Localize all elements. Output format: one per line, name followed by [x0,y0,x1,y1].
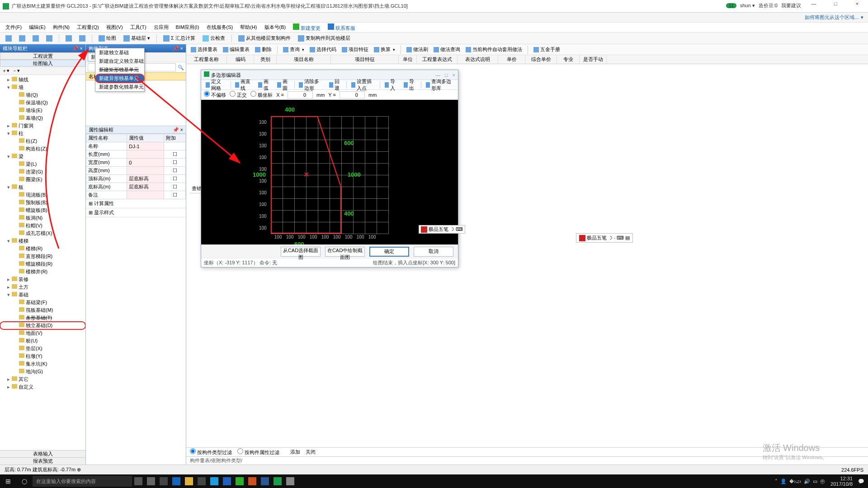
taskbar-store[interactable] [195,476,208,487]
tree-node-15[interactable]: 现浇板(B) [0,191,85,199]
taskbar-edge[interactable] [170,476,183,487]
prop-close-icon[interactable]: × [180,127,183,132]
sel-btn-13[interactable]: 五金手册 [532,45,562,54]
expand-all-icon[interactable]: ＋▾ [2,67,9,74]
tray-vol-icon[interactable]: 🔊 [804,479,810,484]
taskbar-app-5[interactable] [246,476,259,487]
coord-no-offset[interactable]: 不偏移 [204,91,226,99]
tree-node-5[interactable]: 幕墙(Q) [0,114,85,122]
coord-ortho[interactable]: 正交 [230,91,247,99]
taskbar-wechat[interactable] [233,476,246,487]
menu-11[interactable]: 新建变更 [290,23,323,33]
poly-tb-0[interactable]: 定义网格 [204,77,228,93]
tree-node-10[interactable]: ▾梁 [0,153,85,160]
prop-chk-1[interactable]: ☐ [164,150,186,159]
close-button[interactable]: × [848,1,866,10]
polygon-canvas[interactable]: ✕400600100060010004001001001001001001001… [201,100,458,244]
tree-node-31[interactable]: 条形基础(T) [0,314,85,322]
sel-btn-1[interactable]: 编辑量表 [221,45,251,54]
poly-tb-14[interactable]: 查询多边形库 [424,77,455,93]
sel-btn-5[interactable]: 选择代码 [308,45,338,54]
tree-node-23[interactable]: 直形梯段(R) [0,253,85,260]
sel-btn-9[interactable]: 做法刷 [405,45,430,54]
property-table[interactable]: 属性名称 属性值 附加 名称DJ-1长度(mm)☐宽度(mm)0☐高度(mm)☐… [86,134,186,199]
new-menu-item-4[interactable]: 新建参数化独基单元 [95,83,144,91]
tree-node-12[interactable]: 连梁(G) [0,168,85,176]
menu-5[interactable]: 工具(T) [127,23,149,32]
cancel-button[interactable]: 取消 [414,247,453,257]
prop-chk-0[interactable] [164,142,186,150]
taskbar-paint[interactable] [284,476,297,487]
maximize-button[interactable]: □ [826,1,844,10]
tree-node-29[interactable]: 基础梁(F) [0,299,85,306]
taskbar-app-3[interactable] [208,476,221,487]
task-view-icon[interactable] [132,476,145,487]
tab-report-preview[interactable]: 报表预览 [0,457,85,465]
new-menu-item-0[interactable]: 新建独立基础 [95,48,144,57]
sel-btn-4[interactable]: 查询 [281,45,306,54]
tree-node-8[interactable]: 柱(Z) [0,137,85,145]
minimize-button[interactable]: — [805,1,823,10]
tree-node-30[interactable]: 筏板基础(M) [0,306,85,314]
tree-node-27[interactable]: ▸土方 [0,283,85,291]
tree-node-1[interactable]: ▾墙 [0,84,85,91]
tree-node-19[interactable]: 柱帽(V) [0,222,85,230]
prop-chk-3[interactable]: ☐ [164,167,186,175]
poly-tb-2[interactable]: 画直线 [233,77,253,93]
tree-node-35[interactable]: 垫层(X) [0,345,85,352]
new-component-dropdown[interactable]: 新建独立基础新建自定义独立基础新建矩形独基单元新建异形独基单元新建参数化独基单元 [95,48,145,92]
coord-polar[interactable]: 极坐标 [250,91,273,99]
ime-indicator-1[interactable]: 极品五笔☽⌨ [419,225,465,234]
prop-pin-icon[interactable]: 📌 [173,127,179,132]
toolbar-btn-9[interactable]: 基础层 ▾ [121,34,153,42]
tree-node-33[interactable]: 地面(V) [0,329,85,337]
col-1[interactable]: 编码 [227,55,254,64]
feedback-link[interactable]: 我要建议 [781,2,801,9]
filter-by-type[interactable]: 按构件类型过滤 [190,448,232,456]
tray-net-icon[interactable]: �ායා [789,479,801,484]
menu-7[interactable]: BIM应用(I) [173,23,202,32]
tree-node-7[interactable]: ▾柱 [0,130,85,137]
toolbar-btn-11[interactable]: Σ 汇总计算 [160,34,198,42]
tip-link[interactable]: 如何将图元从这个区域… ▾ [805,14,863,21]
component-tree[interactable]: ▸轴线▾墙墙(Q)保温墙(Q)墙垛(E)幕墙(Q)▸门窗洞▾柱柱(Z)构造柱(Z… [0,75,85,450]
prop-val-2[interactable]: 0 [127,159,164,167]
menu-10[interactable]: 版本号(B) [262,23,289,32]
tree-node-20[interactable]: 成孔芯模(X) [0,230,85,237]
toolbar-btn-6[interactable] [76,34,88,42]
new-menu-item-2[interactable]: 新建矩形独基单元 [95,66,144,74]
col-8[interactable]: 单价 [498,55,525,64]
collapse-all-icon[interactable]: －▾ [12,67,20,74]
tray-batt-icon[interactable]: ▭ [813,479,817,484]
toolbar-btn-14[interactable]: 从其他楼层复制构件 [236,34,293,42]
poly-tb-9[interactable]: 设置插入点 [349,77,377,93]
user-menu[interactable]: shun ▾ [740,3,755,9]
tree-node-4[interactable]: 墙垛(E) [0,107,85,114]
tab-drawing-input[interactable]: 绘图输入 [0,60,85,67]
tray-people-icon[interactable]: 👤 [780,479,787,484]
in-cad-draw-button[interactable]: 在CAD中绘制截面图 [325,247,365,257]
tree-node-39[interactable]: ▸其它 [0,375,85,383]
start-button[interactable]: ⊞ [0,478,16,485]
prop-val-1[interactable] [127,150,164,159]
col-2[interactable]: 类别 [254,55,277,64]
poly-tb-4[interactable]: 画圆 [275,77,292,93]
tab-table-input[interactable]: 表格输入 [0,450,85,457]
panel-pin-icon[interactable]: 📌 × [72,46,83,52]
tree-node-13[interactable]: 圈梁(E) [0,176,85,183]
toolbar-btn-2[interactable] [30,34,42,42]
taskbar-app-4[interactable] [221,476,233,487]
tree-node-6[interactable]: ▸门窗洞 [0,122,85,130]
tree-node-0[interactable]: ▸轴线 [0,76,85,84]
sel-btn-7[interactable]: 换算 [372,45,397,54]
prop-val-5[interactable]: 层底标高 [127,183,164,191]
sel-btn-2[interactable]: 删除 [253,45,274,54]
expand-calc-props[interactable]: ⊞ 计算属性 [86,199,186,208]
tree-node-37[interactable]: 集水坑(K) [0,360,85,368]
x-input[interactable] [288,91,313,99]
filter-add[interactable]: 添加 [290,449,300,455]
col-9[interactable]: 综合单价 [525,55,557,64]
tree-node-2[interactable]: 墙(Q) [0,91,85,99]
tree-node-14[interactable]: ▾板 [0,183,85,191]
toolbar-btn-1[interactable] [16,34,28,42]
